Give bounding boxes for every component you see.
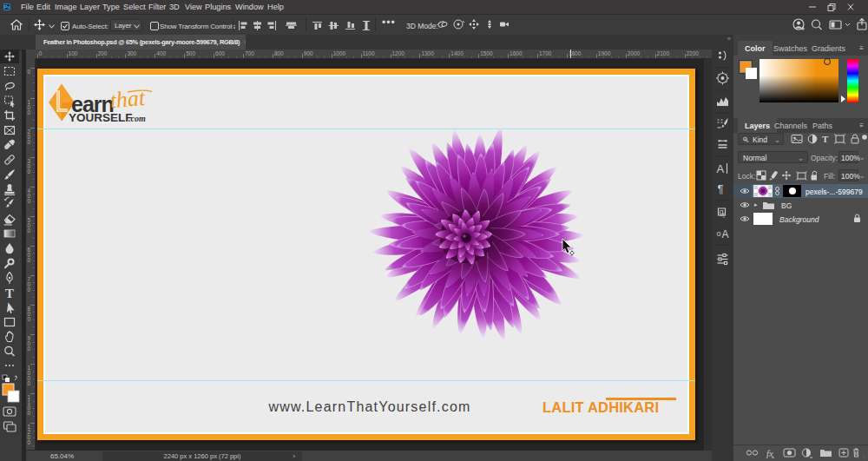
svg-text:fx: fx — [766, 448, 773, 458]
svg-text:.com: .com — [128, 114, 146, 123]
svg-text:T: T — [5, 286, 14, 300]
svg-text:YOURSELF: YOURSELF — [69, 111, 133, 124]
svg-text:A: A — [722, 228, 729, 240]
svg-text:that: that — [108, 85, 147, 113]
svg-text:o: o — [717, 229, 721, 238]
svg-text:A: A — [717, 162, 725, 175]
svg-text:!: ! — [723, 211, 726, 220]
svg-text:¶: ¶ — [718, 182, 724, 195]
